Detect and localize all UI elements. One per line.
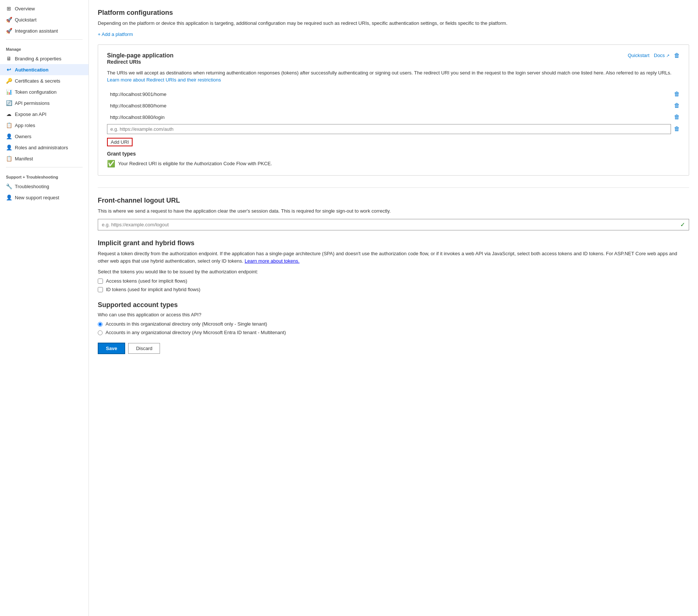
sidebar-item-label: Owners	[15, 134, 31, 139]
sidebar-item-owners[interactable]: 👤 Owners	[0, 131, 88, 142]
delete-uri-0-button[interactable]: 🗑	[674, 91, 680, 97]
grant-types-title: Grant types	[107, 151, 680, 157]
sidebar-item-label: Branding & properties	[15, 56, 61, 61]
sidebar-item-app-roles[interactable]: 📋 App roles	[0, 120, 88, 131]
logout-url-input[interactable]	[98, 219, 677, 230]
spa-card-header: Single-page application Redirect URIs Qu…	[107, 52, 680, 68]
sidebar-item-label: API permissions	[15, 100, 50, 106]
spa-delete-button[interactable]: 🗑	[674, 52, 680, 59]
sidebar-item-label: New support request	[15, 195, 59, 200]
single-tenant-radio[interactable]	[98, 322, 103, 327]
sidebar-item-overview[interactable]: ⊞ Overview	[0, 3, 88, 14]
sidebar-item-certificates[interactable]: 🔑 Certificates & secrets	[0, 75, 88, 86]
multi-tenant-label: Accounts in any organizational directory…	[106, 330, 286, 335]
app-roles-icon: 📋	[6, 122, 12, 128]
spa-card-title: Single-page application	[107, 52, 174, 59]
sidebar-item-expose-api[interactable]: ☁ Expose an API	[0, 109, 88, 120]
id-tokens-checkbox[interactable]	[98, 287, 103, 292]
sidebar-item-authentication[interactable]: ↩ Authentication	[0, 64, 88, 75]
grant-check-icon: ✅	[107, 160, 115, 168]
redirect-learn-more-link[interactable]: Learn more about Redirect URIs and their…	[107, 77, 221, 83]
sidebar-item-branding[interactable]: 🖥 Branding & properties	[0, 53, 88, 64]
spa-card-subtitle: Redirect URIs	[107, 59, 174, 65]
delete-uri-1-button[interactable]: 🗑	[674, 102, 680, 109]
uri-row-1: http://localhost:8080/home 🗑	[107, 101, 680, 110]
delete-uri-2-button[interactable]: 🗑	[674, 114, 680, 120]
authentication-icon: ↩	[6, 67, 12, 73]
sidebar-item-roles-admin[interactable]: 👤 Roles and administrators	[0, 142, 88, 153]
support-divider	[6, 167, 83, 167]
who-label: Who can use this application or access t…	[98, 312, 689, 317]
spa-card: Single-page application Redirect URIs Qu…	[98, 44, 689, 176]
sidebar-item-label: Roles and administrators	[15, 145, 68, 150]
main-content: Platform configurations Depending on the…	[89, 0, 698, 616]
sidebar-item-token[interactable]: 📊 Token configuration	[0, 86, 88, 97]
bottom-bar: Save Discard	[98, 338, 689, 356]
sidebar-item-label: Troubleshooting	[15, 184, 49, 189]
platform-config-desc: Depending on the platform or device this…	[98, 20, 689, 27]
branding-icon: 🖥	[6, 56, 12, 61]
front-channel-separator	[98, 187, 689, 188]
owners-icon: 👤	[6, 133, 12, 139]
sidebar-item-label: Quickstart	[15, 17, 37, 23]
uri-value-2: http://localhost:8080/login	[107, 113, 671, 122]
quickstart-icon: 🚀	[6, 17, 12, 23]
sidebar-item-support-request[interactable]: 👤 New support request	[0, 192, 88, 203]
uri-input-field[interactable]	[107, 124, 671, 134]
spa-docs-button[interactable]: Docs ↗	[654, 53, 669, 58]
certificates-icon: 🔑	[6, 78, 12, 84]
add-uri-button[interactable]: Add URI	[107, 138, 133, 146]
spa-quickstart-button[interactable]: Quickstart	[628, 53, 649, 58]
sidebar-item-quickstart[interactable]: 🚀 Quickstart	[0, 14, 88, 25]
support-request-icon: 👤	[6, 194, 12, 200]
multi-tenant-radio[interactable]	[98, 330, 103, 335]
integration-icon: 🚀	[6, 28, 12, 34]
sidebar: ⊞ Overview 🚀 Quickstart 🚀 Integration as…	[0, 0, 89, 616]
manage-section-label: Manage	[0, 43, 88, 53]
sidebar-item-integration[interactable]: 🚀 Integration assistant	[0, 25, 88, 36]
sidebar-item-label: Authentication	[15, 67, 49, 73]
uri-row-2: http://localhost:8080/login 🗑	[107, 113, 680, 122]
add-platform-button[interactable]: + Add a platform	[98, 31, 133, 37]
overview-icon: ⊞	[6, 6, 12, 11]
id-tokens-checkbox-row: ID tokens (used for implicit and hybrid …	[98, 287, 689, 292]
sidebar-item-label: Expose an API	[15, 111, 46, 117]
front-channel-desc: This is where we send a request to have …	[98, 207, 689, 215]
logout-check-icon: ✓	[677, 221, 689, 228]
supported-accounts-title: Supported account types	[98, 301, 689, 309]
access-tokens-checkbox[interactable]	[98, 279, 103, 284]
api-permissions-icon: 🔄	[6, 100, 12, 106]
platform-config-title: Platform configurations	[98, 9, 689, 17]
uri-value-0: http://localhost:9001/home	[107, 90, 671, 99]
manifest-icon: 📋	[6, 156, 12, 162]
single-tenant-radio-row: Accounts in this organizational director…	[98, 321, 689, 327]
save-button[interactable]: Save	[98, 343, 125, 354]
multi-tenant-radio-row: Accounts in any organizational directory…	[98, 330, 689, 335]
delete-uri-input-button[interactable]: 🗑	[674, 126, 680, 132]
sidebar-item-manifest[interactable]: 📋 Manifest	[0, 153, 88, 164]
discard-button[interactable]: Discard	[128, 343, 160, 354]
expose-api-icon: ☁	[6, 111, 12, 117]
implicit-grant-desc: Request a token directly from the author…	[98, 250, 689, 264]
uri-input-row: 🗑	[107, 124, 680, 134]
learn-more-tokens-link[interactable]: Learn more about tokens.	[245, 258, 300, 264]
sidebar-item-troubleshooting[interactable]: 🔧 Troubleshooting	[0, 181, 88, 192]
grant-status: ✅ Your Redirect URI is eligible for the …	[107, 160, 680, 168]
access-tokens-checkbox-row: Access tokens (used for implicit flows)	[98, 278, 689, 284]
select-tokens-label: Select the tokens you would like to be i…	[98, 269, 689, 274]
troubleshooting-icon: 🔧	[6, 183, 12, 189]
token-icon: 📊	[6, 89, 12, 95]
uri-row-0: http://localhost:9001/home 🗑	[107, 90, 680, 99]
sidebar-item-label: Certificates & secrets	[15, 78, 60, 84]
sidebar-item-label: Token configuration	[15, 89, 57, 95]
single-tenant-label: Accounts in this organizational director…	[106, 321, 267, 327]
roles-admin-icon: 👤	[6, 144, 12, 150]
access-tokens-label: Access tokens (used for implicit flows)	[106, 278, 187, 284]
support-section-label: Support + Troubleshooting	[0, 170, 88, 181]
front-channel-title: Front-channel logout URL	[98, 197, 689, 204]
sidebar-item-api-permissions[interactable]: 🔄 API permissions	[0, 97, 88, 109]
uri-value-1: http://localhost:8080/home	[107, 101, 671, 110]
spa-card-title-group: Single-page application Redirect URIs	[107, 52, 174, 68]
id-tokens-label: ID tokens (used for implicit and hybrid …	[106, 287, 200, 292]
sidebar-item-label: Integration assistant	[15, 28, 58, 34]
